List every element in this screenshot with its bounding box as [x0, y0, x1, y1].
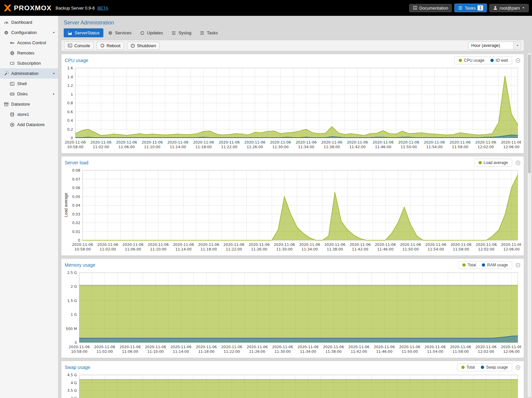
timeframe-select[interactable]: Hour (average): [468, 42, 521, 50]
svg-text:2020-11-06: 2020-11-06: [219, 140, 240, 145]
svg-text:2020-11-06: 2020-11-06: [298, 345, 319, 349]
svg-text:2020-11-06: 2020-11-06: [425, 243, 446, 247]
svg-text:1.6: 1.6: [67, 66, 73, 70]
power-icon: [130, 43, 135, 48]
svg-text:11:22:00: 11:22:00: [226, 247, 242, 251]
chevron-right-icon[interactable]: [52, 92, 55, 96]
sidebar-item-shell[interactable]: Shell: [0, 79, 58, 89]
svg-text:0.8: 0.8: [67, 101, 73, 105]
beta-link[interactable]: BETA: [97, 6, 108, 11]
sidebar-item-datastore[interactable]: Datastore: [0, 99, 58, 109]
svg-text:1: 1: [71, 92, 73, 97]
svg-text:11:34:00: 11:34:00: [300, 349, 316, 354]
user-menu-button[interactable]: root@pam: [489, 4, 529, 12]
sidebar-item-disks[interactable]: Disks: [0, 89, 58, 99]
svg-text:2020-11-06: 2020-11-06: [450, 345, 471, 349]
collapse-panel-icon[interactable]: [515, 160, 520, 165]
svg-text:2020-11-06: 2020-11-06: [123, 243, 144, 247]
svg-text:0.05: 0.05: [72, 195, 81, 199]
sidebar-item-dashboard[interactable]: Dashboard: [0, 17, 58, 27]
user-icon: [493, 6, 498, 10]
proxmox-logo: PROXMOX: [3, 4, 52, 12]
content-area: Server Administration ServerStatus Servi…: [58, 16, 532, 398]
svg-text:2020-11-06: 2020-11-06: [348, 345, 370, 349]
legend: Total RAM usage: [458, 261, 512, 269]
collapse-panel-icon[interactable]: [515, 365, 520, 370]
svg-text:12:02:00: 12:02:00: [478, 145, 494, 149]
svg-text:2020-11-06: 2020-11-06: [270, 140, 291, 145]
legend-dot: [479, 161, 482, 164]
svg-text:2020-11-06: 2020-11-06: [400, 243, 421, 247]
chevron-down-icon[interactable]: [52, 72, 55, 75]
svg-text:2020-11-06: 2020-11-06: [173, 243, 194, 247]
svg-text:11:58:00: 11:58:00: [452, 145, 468, 149]
svg-text:11:26:00: 11:26:00: [249, 349, 265, 354]
svg-text:2020-11-06: 2020-11-06: [142, 140, 163, 145]
svg-text:4.5 G: 4.5 G: [67, 373, 77, 377]
svg-text:11:14:00: 11:14:00: [175, 247, 192, 251]
tab-syslog[interactable]: Syslog: [167, 28, 195, 37]
svg-text:11:30:00: 11:30:00: [276, 247, 292, 251]
legend: CPU usage IO wait: [454, 56, 512, 64]
svg-text:2020-11-06: 2020-11-06: [375, 243, 396, 247]
sidebar-item-add-datastore[interactable]: Add Datastore: [0, 119, 58, 130]
shutdown-button[interactable]: Shutdown: [127, 42, 160, 50]
server-toolbar: Console Reboot Shutdown Hour (average): [61, 40, 524, 51]
reboot-button[interactable]: Reboot: [96, 42, 124, 50]
svg-text:2020-11-06: 2020-11-06: [374, 345, 395, 349]
scrollbar-thumb[interactable]: [528, 54, 531, 173]
svg-text:2020-11-06: 2020-11-06: [296, 140, 317, 145]
vertical-scrollbar[interactable]: [527, 53, 531, 397]
tab-serverstatus[interactable]: ServerStatus: [64, 28, 103, 37]
cpu-usage-chart: 00.20.40.60.811.21.41.62020-11-0610:58:0…: [64, 66, 521, 151]
svg-text:2 G: 2 G: [71, 284, 77, 289]
tasks-count-badge: 1: [478, 5, 483, 11]
svg-text:2020-11-06: 2020-11-06: [324, 243, 345, 247]
svg-text:2020-11-06: 2020-11-06: [69, 345, 90, 349]
svg-text:2020-11-06: 2020-11-06: [501, 345, 521, 349]
svg-text:12:02:00: 12:02:00: [478, 349, 494, 354]
top-right-buttons: Documentation Tasks 1 root@pam: [409, 4, 529, 12]
top-bar: PROXMOX Backup Server 0.9-6 BETA Documen…: [0, 0, 532, 16]
svg-text:0.07: 0.07: [72, 177, 81, 182]
svg-text:2020-11-06: 2020-11-06: [449, 140, 471, 145]
legend-item: Swap usage: [481, 365, 508, 370]
svg-text:11:22:00: 11:22:00: [224, 349, 240, 354]
tasks-button[interactable]: Tasks 1: [454, 4, 487, 12]
sidebar-item-store1[interactable]: store1: [0, 109, 58, 119]
collapse-panel-icon[interactable]: [515, 263, 520, 268]
svg-text:11:42:00: 11:42:00: [349, 145, 366, 149]
svg-text:2020-11-06: 2020-11-06: [424, 140, 445, 145]
svg-text:10:58:00: 10:58:00: [67, 145, 83, 149]
collapse-panel-icon[interactable]: [515, 58, 520, 63]
svg-text:0.01: 0.01: [72, 230, 81, 234]
console-button[interactable]: Console: [64, 42, 94, 50]
sidebar-item-access-control[interactable]: Access Control: [0, 38, 58, 48]
svg-text:11:54:00: 11:54:00: [427, 349, 443, 354]
sidebar-item-subscription[interactable]: Subscription: [0, 58, 58, 68]
svg-text:2020-11-06: 2020-11-06: [399, 345, 420, 349]
terminal-icon: [10, 82, 15, 86]
sidebar-item-remotes[interactable]: Remotes: [0, 48, 58, 58]
database-icon: [10, 112, 15, 117]
combo-trigger[interactable]: [514, 42, 521, 49]
svg-text:11:02:00: 11:02:00: [93, 145, 109, 149]
cpu-usage-panel: CPU usage CPU usage IO wait 00.20.40.60.: [61, 54, 524, 153]
svg-text:11:50:00: 11:50:00: [403, 247, 419, 251]
svg-text:11:54:00: 11:54:00: [426, 145, 443, 149]
svg-text:11:10:00: 11:10:00: [144, 145, 160, 149]
tab-services[interactable]: Services: [104, 28, 135, 37]
tab-tasks[interactable]: Tasks: [196, 28, 222, 37]
svg-text:2020-11-06: 2020-11-06: [223, 243, 244, 247]
book-icon: [413, 6, 417, 10]
chevron-down-icon[interactable]: [52, 31, 55, 34]
timeframe-value: Hour (average): [469, 42, 514, 49]
sidebar-item-configuration[interactable]: Configuration: [0, 27, 58, 38]
documentation-button[interactable]: Documentation: [409, 4, 452, 12]
svg-text:11:54:00: 11:54:00: [428, 247, 444, 251]
sidebar-item-administration[interactable]: Administration: [0, 68, 58, 79]
svg-text:11:30:00: 11:30:00: [272, 145, 289, 149]
svg-text:2020-11-06: 2020-11-06: [221, 345, 242, 349]
tab-updates[interactable]: Updates: [136, 28, 167, 37]
svg-text:12:06:00: 12:06:00: [503, 145, 519, 149]
